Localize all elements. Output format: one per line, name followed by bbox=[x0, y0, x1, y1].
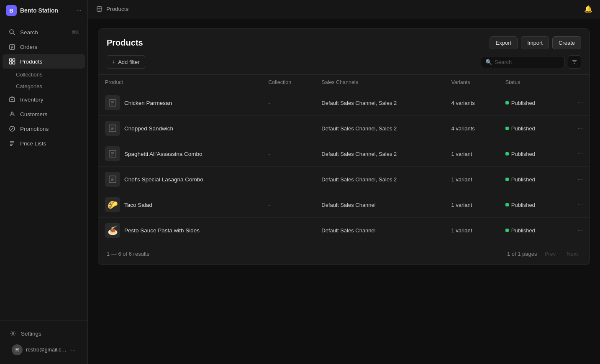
sidebar-item-price-lists[interactable]: Price Lists bbox=[3, 136, 85, 150]
table-row[interactable]: Chicken Parmesan - Default Sales Channel… bbox=[98, 90, 590, 116]
add-filter-label: Add filter bbox=[118, 59, 139, 65]
sidebar-item-customers[interactable]: Customers bbox=[3, 107, 85, 121]
user-more-button[interactable]: ··· bbox=[71, 346, 76, 353]
columns-filter-button[interactable] bbox=[568, 55, 581, 69]
sidebar-item-search-label: Search bbox=[20, 29, 38, 36]
row-actions-button[interactable]: ··· bbox=[562, 218, 590, 243]
variants-cell: 1 variant bbox=[444, 218, 498, 243]
sidebar-item-categories[interactable]: Categories bbox=[16, 81, 85, 92]
notification-bell-icon[interactable]: 🔔 bbox=[584, 5, 592, 13]
status-dot bbox=[505, 152, 509, 155]
row-actions-button[interactable]: ··· bbox=[562, 167, 590, 192]
product-thumb bbox=[105, 95, 120, 110]
row-actions-button[interactable]: ··· bbox=[562, 116, 590, 141]
promotions-icon bbox=[8, 125, 16, 132]
svg-rect-9 bbox=[13, 62, 15, 64]
sidebar-item-inventory[interactable]: Inventory bbox=[3, 92, 85, 107]
export-button[interactable]: Export bbox=[490, 36, 518, 49]
content-area: Products Export Import Create + Add filt… bbox=[88, 18, 600, 364]
status-dot bbox=[505, 229, 509, 232]
products-table-wrap: Product Collection Sales Channels Varian… bbox=[98, 74, 590, 243]
product-cell: 🍝 Pesto Sauce Pasta with Sides bbox=[105, 223, 255, 238]
sales-channels-cell: Default Sales Channel, Sales 2 bbox=[315, 116, 444, 141]
sidebar-footer: Settings R restro@gmail.com ··· bbox=[0, 321, 87, 364]
table-row[interactable]: Chopped Sandwich - Default Sales Channel… bbox=[98, 116, 590, 141]
product-thumb: 🌮 bbox=[105, 197, 120, 212]
app-logo[interactable]: B Bento Station bbox=[6, 5, 58, 16]
sidebar-item-promotions[interactable]: Promotions bbox=[3, 122, 85, 136]
user-row[interactable]: R restro@gmail.com ··· bbox=[6, 341, 82, 359]
sales-channels-cell: Default Sales Channel, Sales 2 bbox=[315, 90, 444, 116]
table-row[interactable]: 🌮 Taco Salad - Default Sales Channel 1 v… bbox=[98, 192, 590, 218]
search-input[interactable] bbox=[495, 59, 560, 65]
status-badge: Published bbox=[505, 176, 555, 183]
page-title: Products bbox=[107, 38, 143, 48]
col-status: Status bbox=[499, 75, 562, 90]
prev-button[interactable]: Prev bbox=[541, 249, 559, 259]
status-text: Published bbox=[511, 227, 535, 234]
variants-cell: 4 variants bbox=[444, 90, 498, 116]
plus-icon: + bbox=[112, 59, 115, 65]
status-cell: Published bbox=[499, 90, 562, 116]
sidebar-item-orders-label: Orders bbox=[20, 44, 37, 50]
row-actions-button[interactable]: ··· bbox=[562, 90, 590, 116]
toolbar-right: 🔍 bbox=[481, 55, 581, 69]
status-badge: Published bbox=[505, 100, 555, 106]
next-button[interactable]: Next bbox=[563, 249, 581, 259]
product-name: Chicken Parmesan bbox=[124, 100, 172, 106]
svg-rect-19 bbox=[97, 7, 101, 11]
header-actions: Export Import Create bbox=[490, 36, 581, 49]
results-count: 1 — 6 of 6 results bbox=[107, 251, 149, 257]
sidebar: B Bento Station ··· Search ⌘K Orders bbox=[0, 0, 88, 364]
status-text: Published bbox=[511, 202, 535, 208]
price-lists-icon bbox=[8, 140, 16, 147]
toolbar-left: + Add filter bbox=[107, 55, 145, 69]
sidebar-item-settings[interactable]: Settings bbox=[3, 326, 84, 341]
layout-icon bbox=[95, 5, 103, 13]
col-variants: Variants bbox=[444, 75, 498, 90]
create-button[interactable]: Create bbox=[552, 36, 581, 49]
products-table: Product Collection Sales Channels Varian… bbox=[98, 75, 590, 243]
search-icon bbox=[8, 28, 16, 36]
orders-icon bbox=[8, 43, 16, 51]
user-email: restro@gmail.com bbox=[26, 347, 67, 353]
main-area: Products 🔔 Products Export Import Create bbox=[88, 0, 600, 364]
status-text: Published bbox=[511, 151, 535, 157]
inventory-icon bbox=[8, 96, 16, 103]
sales-channels-cell: Default Sales Channel, Sales 2 bbox=[315, 141, 444, 167]
row-actions-button[interactable]: ··· bbox=[562, 192, 590, 218]
add-filter-button[interactable]: + Add filter bbox=[107, 55, 145, 69]
collection-cell: - bbox=[262, 167, 315, 192]
status-badge: Published bbox=[505, 227, 555, 234]
collection-cell: - bbox=[262, 141, 315, 167]
svg-point-0 bbox=[10, 30, 13, 33]
status-badge: Published bbox=[505, 151, 555, 157]
settings-label: Settings bbox=[21, 331, 41, 337]
sales-channels-cell: Default Sales Channel, Sales 2 bbox=[315, 167, 444, 192]
sidebar-item-products[interactable]: Products bbox=[3, 54, 85, 69]
col-product: Product bbox=[98, 75, 262, 90]
sidebar-more-button[interactable]: ··· bbox=[76, 7, 82, 14]
product-cell: Spaghetti All'Assassina Combo bbox=[105, 146, 255, 161]
svg-rect-8 bbox=[10, 62, 12, 64]
product-cell: 🌮 Taco Salad bbox=[105, 197, 255, 212]
topbar-right: 🔔 bbox=[584, 5, 592, 13]
status-cell: Published bbox=[499, 167, 562, 192]
table-row[interactable]: 🍝 Pesto Sauce Pasta with Sides - Default… bbox=[98, 218, 590, 243]
search-box[interactable]: 🔍 bbox=[481, 56, 564, 68]
page-info: 1 of 1 pages bbox=[507, 251, 537, 257]
import-button[interactable]: Import bbox=[521, 36, 549, 49]
sidebar-item-search[interactable]: Search ⌘K bbox=[3, 25, 85, 39]
collection-cell: - bbox=[262, 90, 315, 116]
variants-cell: 1 variant bbox=[444, 141, 498, 167]
sidebar-item-collections[interactable]: Collections bbox=[16, 69, 85, 80]
row-actions-button[interactable]: ··· bbox=[562, 141, 590, 167]
table-row[interactable]: Chef's Special Lasagna Combo - Default S… bbox=[98, 167, 590, 192]
status-cell: Published bbox=[499, 192, 562, 218]
status-dot bbox=[505, 127, 509, 130]
svg-rect-6 bbox=[10, 59, 12, 61]
variants-cell: 1 variant bbox=[444, 167, 498, 192]
table-row[interactable]: Spaghetti All'Assassina Combo - Default … bbox=[98, 141, 590, 167]
product-thumb: 🍝 bbox=[105, 223, 120, 238]
sidebar-item-orders[interactable]: Orders bbox=[3, 40, 85, 54]
